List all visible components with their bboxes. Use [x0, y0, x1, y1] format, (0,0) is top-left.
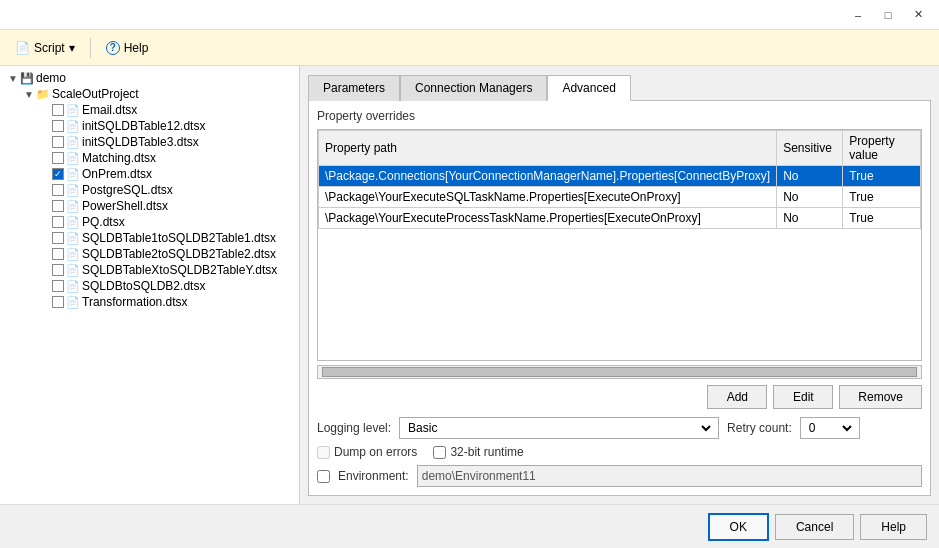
logging-select-input[interactable]: Basic None Performance Verbose: [404, 420, 714, 436]
runtime-32bit-item: 32-bit runtime: [433, 445, 523, 459]
list-item[interactable]: 📄 SQLDBTableXtoSQLDB2TableY.dtsx: [4, 262, 295, 278]
file-label: SQLDBtoSQLDB2.dtsx: [82, 279, 205, 293]
left-panel: ▼ 💾 demo ▼ 📁 ScaleOutProject 📄 Email.dts…: [0, 66, 300, 504]
runtime-32bit-checkbox[interactable]: [433, 446, 446, 459]
file-checkbox[interactable]: [52, 232, 64, 244]
tab-content-advanced: Property overrides Property path Sensiti…: [308, 100, 931, 496]
list-item[interactable]: 📄 initSQLDBTable12.dtsx: [4, 118, 295, 134]
file-checkbox[interactable]: [52, 200, 64, 212]
leaf-icon: [40, 153, 50, 164]
tree-project-label: ScaleOutProject: [52, 87, 139, 101]
list-item[interactable]: 📄 SQLDBtoSQLDB2.dtsx: [4, 278, 295, 294]
close-button[interactable]: ✕: [905, 5, 931, 25]
leaf-icon: [40, 265, 50, 276]
col-sensitive: Sensitive: [777, 131, 843, 166]
file-checkbox[interactable]: [52, 136, 64, 148]
list-item[interactable]: 📄 Matching.dtsx: [4, 150, 295, 166]
root-icon: 💾: [20, 72, 34, 85]
runtime-32bit-label: 32-bit runtime: [450, 445, 523, 459]
file-checkbox[interactable]: [52, 184, 64, 196]
main-content: ▼ 💾 demo ▼ 📁 ScaleOutProject 📄 Email.dts…: [0, 66, 939, 504]
list-item[interactable]: 📄 initSQLDBTable3.dtsx: [4, 134, 295, 150]
dump-on-errors-item: Dump on errors: [317, 445, 417, 459]
tree-root-label: demo: [36, 71, 66, 85]
file-checkbox[interactable]: [52, 264, 64, 276]
file-label: PostgreSQL.dtsx: [82, 183, 173, 197]
leaf-icon: [40, 233, 50, 244]
minimize-button[interactable]: –: [845, 5, 871, 25]
file-icon: 📄: [66, 200, 80, 213]
file-checkbox[interactable]: [52, 152, 64, 164]
row-value: True: [843, 166, 921, 187]
tree-root[interactable]: ▼ 💾 demo: [4, 70, 295, 86]
toolbar: 📄 Script ▾ ? Help: [0, 30, 939, 66]
list-item[interactable]: 📄 SQLDBTable2toSQLDB2Table2.dtsx: [4, 246, 295, 262]
tab-parameters[interactable]: Parameters: [308, 75, 400, 101]
environment-checkbox[interactable]: [317, 470, 330, 483]
tree-project[interactable]: ▼ 📁 ScaleOutProject: [4, 86, 295, 102]
scrollbar-thumb[interactable]: [322, 367, 917, 377]
file-checkbox[interactable]: [52, 296, 64, 308]
logging-label: Logging level:: [317, 421, 391, 435]
project-expand-icon: ▼: [24, 89, 34, 100]
checkbox-row: Dump on errors 32-bit runtime: [317, 445, 922, 459]
file-checkbox[interactable]: [52, 280, 64, 292]
file-checkbox-checked[interactable]: ✓: [52, 168, 64, 180]
row-path: \Package\YourExecuteSQLTaskName.Properti…: [319, 187, 777, 208]
environment-label: Environment:: [338, 469, 409, 483]
remove-button[interactable]: Remove: [839, 385, 922, 409]
file-icon: 📄: [66, 296, 80, 309]
property-table-wrapper[interactable]: Property path Sensitive Property value \…: [317, 129, 922, 361]
file-checkbox[interactable]: [52, 248, 64, 260]
file-icon: 📄: [66, 136, 80, 149]
file-checkbox[interactable]: [52, 104, 64, 116]
file-label: Transformation.dtsx: [82, 295, 188, 309]
list-item[interactable]: 📄 PostgreSQL.dtsx: [4, 182, 295, 198]
file-icon: 📄: [66, 152, 80, 165]
project-icon: 📁: [36, 88, 50, 101]
horizontal-scrollbar[interactable]: [317, 365, 922, 379]
file-icon: 📄: [66, 280, 80, 293]
dump-on-errors-label: Dump on errors: [334, 445, 417, 459]
add-button[interactable]: Add: [707, 385, 767, 409]
leaf-icon: [40, 105, 50, 116]
logging-select[interactable]: Basic None Performance Verbose: [399, 417, 719, 439]
retry-select-input[interactable]: 0 1 2 3: [805, 420, 855, 436]
row-path: \Package.Connections[YourConnectionManag…: [319, 166, 777, 187]
list-item[interactable]: 📄 Email.dtsx: [4, 102, 295, 118]
edit-button[interactable]: Edit: [773, 385, 833, 409]
retry-select[interactable]: 0 1 2 3: [800, 417, 860, 439]
file-label: OnPrem.dtsx: [82, 167, 152, 181]
row-sensitive: No: [777, 166, 843, 187]
file-checkbox[interactable]: [52, 120, 64, 132]
list-item[interactable]: 📄 SQLDBTable1toSQLDB2Table1.dtsx: [4, 230, 295, 246]
row-value: True: [843, 187, 921, 208]
bottom-options: Logging level: Basic None Performance Ve…: [317, 417, 922, 487]
file-label: SQLDBTable1toSQLDB2Table1.dtsx: [82, 231, 276, 245]
cancel-button[interactable]: Cancel: [775, 514, 854, 540]
file-checkbox[interactable]: [52, 216, 64, 228]
footer-help-button[interactable]: Help: [860, 514, 927, 540]
leaf-icon: [40, 297, 50, 308]
leaf-icon: [40, 281, 50, 292]
toolbar-separator: [90, 38, 91, 58]
tab-advanced[interactable]: Advanced: [547, 75, 630, 101]
script-button[interactable]: 📄 Script ▾: [8, 37, 82, 59]
ok-button[interactable]: OK: [708, 513, 769, 541]
maximize-button[interactable]: □: [875, 5, 901, 25]
help-button[interactable]: ? Help: [99, 37, 156, 59]
list-item[interactable]: 📄 PowerShell.dtsx: [4, 198, 295, 214]
table-row[interactable]: \Package\YourExecuteProcessTaskName.Prop…: [319, 208, 921, 229]
environment-input[interactable]: [417, 465, 922, 487]
list-item[interactable]: 📄 PQ.dtsx: [4, 214, 295, 230]
dump-on-errors-checkbox[interactable]: [317, 446, 330, 459]
file-icon: 📄: [66, 168, 80, 181]
list-item[interactable]: ✓ 📄 OnPrem.dtsx: [4, 166, 295, 182]
table-row[interactable]: \Package.Connections[YourConnectionManag…: [319, 166, 921, 187]
leaf-icon: [40, 201, 50, 212]
row-value: True: [843, 208, 921, 229]
table-row[interactable]: \Package\YourExecuteSQLTaskName.Properti…: [319, 187, 921, 208]
retry-label: Retry count:: [727, 421, 792, 435]
tab-connection-managers[interactable]: Connection Managers: [400, 75, 547, 101]
list-item[interactable]: 📄 Transformation.dtsx: [4, 294, 295, 310]
